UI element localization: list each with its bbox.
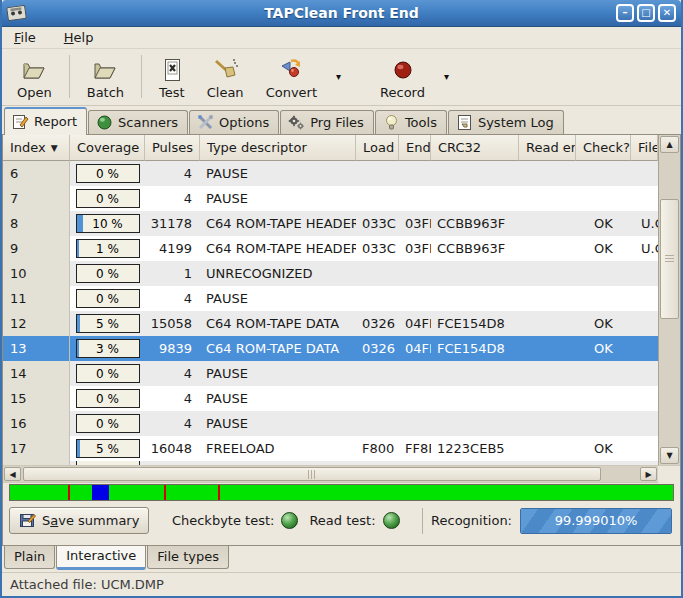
tab-plain[interactable]: Plain xyxy=(4,545,55,569)
cell-read-err xyxy=(519,361,576,386)
tab-report[interactable]: Report xyxy=(4,107,87,135)
cell-type-descriptor: PAUSE xyxy=(200,411,356,436)
tab-options[interactable]: Options xyxy=(189,110,279,135)
table-row[interactable]: 17 5 % 16048 FREELOAD F800 FF8F 1223CEB5… xyxy=(3,436,658,461)
column-header-end[interactable]: End xyxy=(399,135,431,161)
table-row[interactable]: 9 1 % 4199 C64 ROM-TAPE HEADER 033C 03FB… xyxy=(3,236,658,261)
open-button[interactable]: Open xyxy=(6,51,63,102)
column-header-file[interactable]: File xyxy=(631,135,658,161)
maximize-button[interactable]: □ xyxy=(637,4,655,22)
column-header-read-err[interactable]: Read err xyxy=(519,135,576,161)
convert-button[interactable]: Convert xyxy=(255,51,328,102)
cell-coverage: 0 % xyxy=(70,411,145,436)
record-dropdown-arrow[interactable]: ▾ xyxy=(436,51,457,102)
tape-marker-red-line xyxy=(68,485,70,500)
tab-interactive[interactable]: Interactive xyxy=(56,544,146,570)
cell-type-descriptor: C64 ROM-TAPE HEADER xyxy=(200,236,356,261)
coverage-bar: 0 % xyxy=(76,164,140,183)
scroll-up-icon[interactable]: ▲ xyxy=(660,136,679,153)
menu-file[interactable]: File xyxy=(10,28,40,47)
cell-read-err xyxy=(519,461,576,465)
tab-prg-files[interactable]: Prg Files xyxy=(280,110,374,135)
table-row[interactable]: 11 0 % 4 PAUSE xyxy=(3,286,658,311)
convert-label: Convert xyxy=(266,85,317,100)
controls-row: Save summary Checkbyte test: Read test: … xyxy=(3,503,680,538)
clean-broom-icon xyxy=(212,57,238,83)
record-button[interactable]: Record xyxy=(369,51,436,102)
cell-crc32 xyxy=(431,186,519,211)
record-icon xyxy=(392,57,414,83)
table-row[interactable]: 7 0 % 4 PAUSE xyxy=(3,186,658,211)
coverage-bar: 3 % xyxy=(76,339,140,358)
cell-load: 033C xyxy=(356,236,399,261)
options-tools-icon xyxy=(197,114,214,131)
cell-file: U.C xyxy=(631,211,658,236)
cell-type-descriptor: PAUSE xyxy=(200,386,356,411)
tab-system-log[interactable]: System Log xyxy=(448,110,564,135)
coverage-bar: 0 % xyxy=(76,289,140,308)
save-floppy-icon xyxy=(19,512,36,529)
table-row[interactable] xyxy=(3,461,658,465)
column-header-type[interactable]: Type descriptor xyxy=(200,135,356,161)
cell-read-err xyxy=(519,311,576,336)
coverage-bar: 0 % xyxy=(76,389,140,408)
column-header-check[interactable]: Check? xyxy=(576,135,631,161)
save-summary-button[interactable]: Save summary xyxy=(9,507,149,534)
tab-scanners[interactable]: Scanners xyxy=(88,110,188,135)
column-header-index[interactable]: Index▼ xyxy=(3,135,70,161)
cassette-app-icon xyxy=(6,5,27,22)
view-tabbar: Plain Interactive File types xyxy=(2,545,681,572)
column-header-coverage[interactable]: Coverage xyxy=(70,135,145,161)
table-row[interactable]: 12 5 % 15058 C64 ROM-TAPE DATA 0326 04FF… xyxy=(3,311,658,336)
cell-end xyxy=(399,286,431,311)
scroll-down-icon[interactable]: ▼ xyxy=(660,447,679,464)
column-header-crc32[interactable]: CRC32 xyxy=(431,135,519,161)
table-row[interactable]: 10 0 % 1 UNRECOGNIZED xyxy=(3,261,658,286)
cell-coverage xyxy=(70,461,145,465)
tab-tools[interactable]: Tools xyxy=(375,110,447,135)
horizontal-scroll-track[interactable] xyxy=(23,466,638,482)
horizontal-scroll-thumb[interactable] xyxy=(23,467,601,481)
table-row[interactable]: 8 10 % 31178 C64 ROM-TAPE HEADER 033C 03… xyxy=(3,211,658,236)
coverage-bar: 0 % xyxy=(76,364,140,383)
vertical-scroll-thumb[interactable] xyxy=(660,199,679,319)
batch-button[interactable]: Batch xyxy=(76,51,135,102)
table-row[interactable]: 6 0 % 4 PAUSE xyxy=(3,161,658,186)
scroll-right-icon[interactable]: ▶ xyxy=(640,467,657,481)
minimize-button[interactable]: – xyxy=(616,4,634,22)
table-row[interactable]: 15 0 % 4 PAUSE xyxy=(3,386,658,411)
cell-check: OK xyxy=(576,336,631,361)
coverage-bar-fill xyxy=(77,240,79,257)
column-header-load[interactable]: Load xyxy=(356,135,399,161)
coverage-label: 5 % xyxy=(96,317,119,331)
horizontal-scrollbar[interactable]: ◀ ▶ xyxy=(3,466,658,483)
cell-pulses: 4 xyxy=(145,186,200,211)
table-row[interactable]: 14 0 % 4 PAUSE xyxy=(3,361,658,386)
test-label: Test xyxy=(159,85,185,100)
scroll-left-icon[interactable]: ◀ xyxy=(4,467,21,481)
batch-folder-icon xyxy=(92,57,118,83)
tab-prg-files-label: Prg Files xyxy=(310,115,364,130)
cell-read-err xyxy=(519,161,576,186)
close-button[interactable]: ✕ xyxy=(658,4,676,22)
cell-check xyxy=(576,186,631,211)
menu-help[interactable]: Help xyxy=(60,28,98,47)
clean-button[interactable]: Clean xyxy=(196,51,255,102)
cell-end: 03FB xyxy=(399,236,431,261)
cell-index: 11 xyxy=(3,286,70,311)
vertical-scroll-track[interactable] xyxy=(659,154,680,446)
cell-read-err xyxy=(519,261,576,286)
vertical-scrollbar[interactable]: ▲ ▼ xyxy=(658,135,680,465)
cell-read-err xyxy=(519,436,576,461)
test-button[interactable]: Test xyxy=(148,51,196,102)
cell-coverage: 0 % xyxy=(70,186,145,211)
statusbar: Attached file: UCM.DMP xyxy=(2,572,681,596)
tab-file-types[interactable]: File types xyxy=(147,545,229,569)
cell-index: 9 xyxy=(3,236,70,261)
column-header-pulses[interactable]: Pulses xyxy=(145,135,200,161)
table-row[interactable]: 13 3 % 9839 C64 ROM-TAPE DATA 0326 04FF … xyxy=(3,336,658,361)
convert-dropdown-arrow[interactable]: ▾ xyxy=(328,51,349,102)
table-row[interactable]: 16 0 % 4 PAUSE xyxy=(3,411,658,436)
tab-scanners-label: Scanners xyxy=(118,115,178,130)
system-log-icon xyxy=(456,114,473,131)
